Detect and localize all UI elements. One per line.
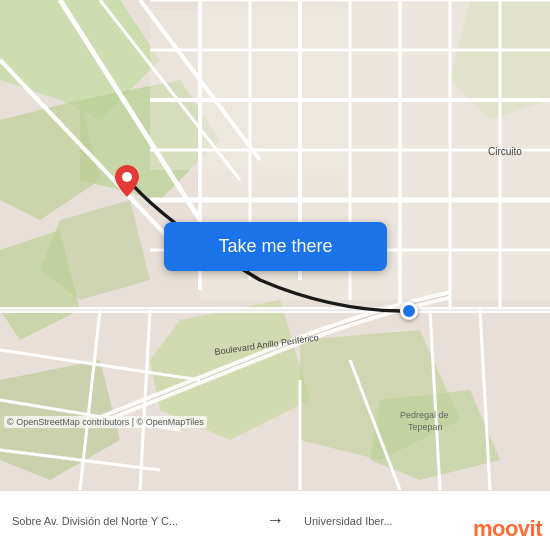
- end-dot: [400, 302, 418, 320]
- svg-text:Tepepan: Tepepan: [408, 422, 443, 432]
- svg-text:Circuito: Circuito: [488, 146, 522, 157]
- svg-text:Pedregal de: Pedregal de: [400, 410, 449, 420]
- map-container: Circuito Boulevard Anillo Periférico Ped…: [0, 0, 550, 490]
- from-label: Sobre Av. División del Norte Y C...: [12, 515, 246, 527]
- osm-credit: © OpenStreetMap contributors | © OpenMap…: [4, 416, 207, 428]
- svg-point-45: [122, 172, 132, 182]
- footer-bar: Sobre Av. División del Norte Y C... → Un…: [0, 490, 550, 550]
- moovit-logo: moovit: [473, 516, 542, 542]
- footer-from: Sobre Av. División del Norte Y C...: [0, 515, 258, 527]
- to-label: Universidad Iber...: [304, 515, 393, 527]
- moovit-brand-text: moovit: [473, 516, 542, 542]
- footer-arrow: →: [258, 510, 292, 531]
- take-me-there-button[interactable]: Take me there: [164, 222, 387, 271]
- start-pin: [115, 165, 139, 201]
